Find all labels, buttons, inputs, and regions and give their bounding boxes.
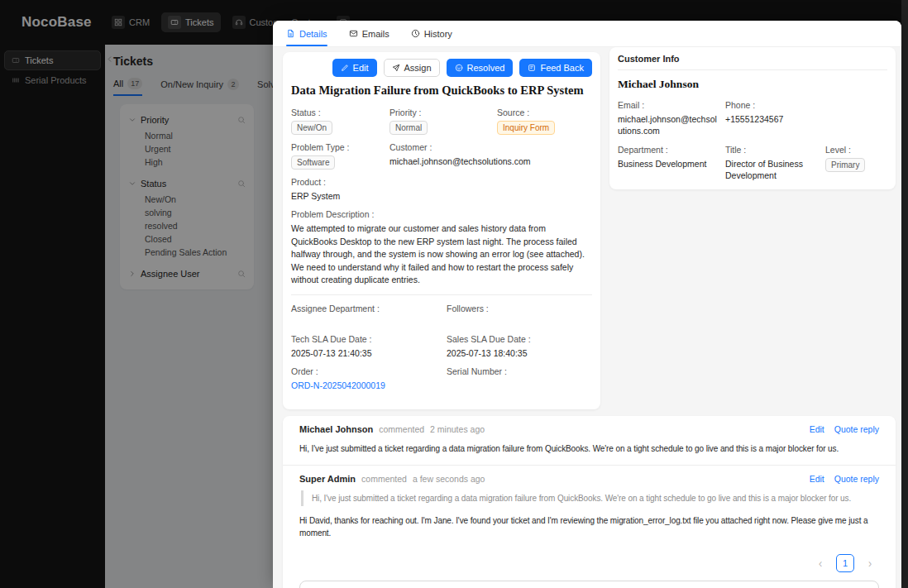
- tab-emails[interactable]: Emails: [349, 21, 389, 46]
- customer-value: michael.johnson@techsolutions.com: [389, 155, 592, 167]
- comment-quote-block: Hi, I've just submitted a ticket regardi…: [301, 490, 879, 506]
- status-tag: New/On: [291, 121, 332, 135]
- assign-button-label: Assign: [404, 63, 432, 73]
- title-value: Director of Business Development: [725, 158, 817, 181]
- problem-description-value: We attempted to migrate our customer and…: [291, 222, 592, 287]
- order-label: Order: [291, 366, 447, 376]
- divider: [291, 294, 592, 295]
- ticket-detail-card: Edit Assign Resolved Feed Back: [283, 52, 600, 409]
- department-label: Department: [618, 145, 717, 155]
- pagination-page-1[interactable]: 1: [836, 554, 854, 572]
- comment-author: Super Admin: [299, 474, 356, 484]
- pagination-next-icon[interactable]: ›: [861, 554, 879, 572]
- customer-info-title: Customer Info: [618, 54, 887, 70]
- followers-value: [447, 317, 592, 327]
- clock-icon: [411, 29, 420, 38]
- customer-info-card: Customer Info Michael Johnson Email mich…: [609, 47, 896, 189]
- resolved-button-label: Resolved: [467, 63, 505, 73]
- level-tag: Primary: [825, 158, 865, 172]
- product-label: Product: [291, 177, 592, 187]
- app: NocoBase CRM Tickets Customer Center Tic…: [0, 0, 908, 588]
- phone-value: +15551234567: [725, 113, 879, 125]
- comment-edit-link[interactable]: Edit: [810, 424, 824, 434]
- tab-history-label: History: [424, 29, 452, 39]
- pencil-icon: [341, 64, 349, 72]
- phone-label: Phone: [725, 100, 879, 110]
- tab-details-label: Details: [299, 29, 327, 39]
- serial-number-label: Serial Number: [447, 366, 592, 376]
- serial-number-value: [447, 380, 592, 390]
- title-label: Title: [725, 145, 817, 155]
- level-label: Level: [825, 145, 879, 155]
- email-value: michael.johnson@techsolutions.com: [618, 113, 717, 136]
- comments-pagination: ‹ 1 ›: [283, 549, 896, 579]
- drawer-tabs: Details Emails History: [273, 21, 901, 47]
- smile-icon: [455, 64, 463, 72]
- comment-body: Hi David, thanks for reaching out. I'm J…: [299, 514, 879, 539]
- tech-sla-value: 2025-07-13 21:40:35: [291, 347, 447, 359]
- form-icon: [528, 64, 536, 72]
- edit-button-label: Edit: [353, 63, 369, 73]
- status-label: Status: [291, 108, 389, 117]
- comments-card: Michael Johnson commented 2 minutes ago …: [283, 416, 896, 588]
- tech-sla-label: Tech SLA Due Date: [291, 334, 447, 344]
- followers-label: Followers: [447, 304, 592, 313]
- tab-emails-label: Emails: [362, 29, 389, 39]
- assign-button[interactable]: Assign: [384, 59, 440, 77]
- comment-editor[interactable]: H B I U S </>: [299, 581, 879, 588]
- priority-tag: Normal: [389, 121, 428, 135]
- ticket-actions: Edit Assign Resolved Feed Back: [291, 59, 592, 77]
- email-label: Email: [618, 100, 717, 110]
- assignee-department-value: [291, 317, 447, 327]
- tab-details[interactable]: Details: [286, 21, 327, 46]
- source-tag: Inquiry Form: [497, 121, 555, 135]
- send-icon: [392, 64, 400, 72]
- order-link[interactable]: ORD-N-2025042000019: [291, 380, 385, 390]
- ticket-title: Data Migration Failure from QuickBooks t…: [291, 84, 592, 98]
- source-label: Source: [497, 108, 592, 117]
- comment-time: a few seconds ago: [413, 474, 485, 484]
- drawer-body: Edit Assign Resolved Feed Back: [273, 47, 901, 588]
- comment-action: commented: [361, 474, 407, 484]
- comment-quote-reply-link[interactable]: Quote reply: [834, 424, 879, 434]
- tab-history[interactable]: History: [411, 21, 452, 46]
- problem-type-tag: Software: [291, 155, 335, 170]
- comment-quote-reply-link[interactable]: Quote reply: [834, 474, 879, 484]
- comment-edit-link[interactable]: Edit: [810, 474, 824, 484]
- sales-sla-label: Sales SLA Due Date: [447, 334, 592, 344]
- comment-author: Michael Johnson: [299, 424, 373, 434]
- feedback-button-label: Feed Back: [540, 63, 584, 73]
- customer-label: Customer: [389, 142, 592, 152]
- sales-sla-value: 2025-07-13 18:40:35: [447, 347, 592, 359]
- comment-body: Hi, I've just submitted a ticket regardi…: [299, 442, 879, 455]
- editor-toolbar: H B I U S </>: [300, 581, 878, 588]
- comment-time: 2 minutes ago: [430, 424, 485, 434]
- customer-name: Michael Johnson: [618, 78, 887, 91]
- comment-item: Michael Johnson commented 2 minutes ago …: [283, 416, 896, 466]
- problem-type-label: Problem Type: [291, 142, 389, 152]
- product-value: ERP System: [291, 190, 592, 202]
- comment-action: commented: [379, 424, 424, 434]
- mail-icon: [349, 29, 358, 38]
- file-text-icon: [286, 29, 295, 38]
- ticket-detail-drawer: Details Emails History Edit: [273, 21, 901, 588]
- problem-description-label: Problem Description: [291, 209, 592, 219]
- resolved-button[interactable]: Resolved: [447, 59, 514, 77]
- assignee-department-label: Assignee Department: [291, 304, 447, 313]
- comment-item: Super Admin commented a few seconds ago …: [283, 466, 896, 549]
- feedback-button[interactable]: Feed Back: [519, 59, 592, 77]
- department-value: Business Development: [618, 158, 717, 170]
- edit-button[interactable]: Edit: [332, 59, 377, 77]
- pagination-prev-icon[interactable]: ‹: [811, 554, 829, 572]
- priority-label: Priority: [389, 108, 497, 117]
